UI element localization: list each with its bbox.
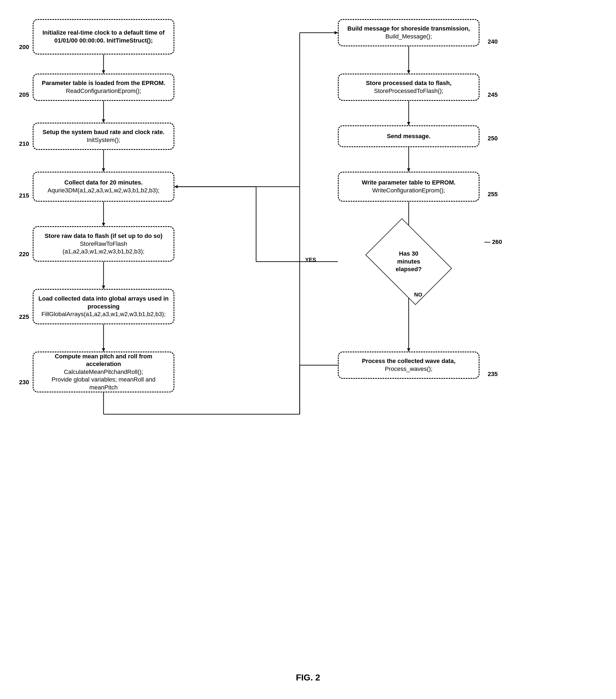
arrows-svg <box>11 11 605 678</box>
label-215: 215 <box>19 192 29 199</box>
diamond-text: Has 30minuteselapsed? <box>396 250 421 273</box>
svg-marker-9 <box>102 286 105 289</box>
box-235: Process the collected wave data,Process_… <box>338 352 480 379</box>
label-260: — 260 <box>484 238 502 246</box>
box-245-text: Store processed data to flash,StoreProce… <box>366 79 452 95</box>
box-230-text: Compute mean pitch and roll from acceler… <box>38 353 169 392</box>
box-230: Compute mean pitch and roll from acceler… <box>33 352 174 393</box>
label-235: 235 <box>488 371 498 378</box>
svg-marker-16 <box>174 185 178 188</box>
fig-caption: FIG. 2 <box>296 673 320 683</box>
svg-marker-29 <box>407 348 410 352</box>
svg-marker-3 <box>102 119 105 123</box>
box-255: Write parameter table to EPROM.WriteConf… <box>338 172 480 202</box>
box-250: Send message. <box>338 126 480 147</box>
label-250: 250 <box>488 135 498 142</box>
box-240: Build message for shoreside transmission… <box>338 19 480 46</box>
box-225: Load collected data into global arrays u… <box>33 289 174 324</box>
label-240: 240 <box>488 38 498 45</box>
svg-marker-18 <box>407 70 410 74</box>
box-250-text: Send message. <box>387 132 430 140</box>
box-215: Collect data for 20 minutes.Aqurie3DM(a1… <box>33 172 174 202</box>
label-220: 220 <box>19 251 29 258</box>
label-200: 200 <box>19 44 29 51</box>
label-255: 255 <box>488 191 498 198</box>
flowchart-diagram: Initialize real-time clock to a default … <box>11 11 605 678</box>
no-label: NO <box>414 292 422 298</box>
box-255-text: Write parameter table to EPROM.WriteConf… <box>362 179 456 194</box>
box-205: Parameter table is loaded from the EPROM… <box>33 74 174 101</box>
box-235-text: Process the collected wave data,Process_… <box>362 357 456 373</box>
box-220-text: Store raw data to flash (if set up to do… <box>45 232 163 255</box>
svg-marker-1 <box>102 70 105 74</box>
box-245: Store processed data to flash,StoreProce… <box>338 74 480 101</box>
diamond-260: Has 30minuteselapsed? <box>338 234 480 289</box>
yes-label: YES <box>305 257 316 263</box>
svg-marker-22 <box>407 168 410 172</box>
label-205: 205 <box>19 91 29 98</box>
svg-marker-11 <box>102 348 105 352</box>
label-210: 210 <box>19 140 29 147</box>
label-245: 245 <box>488 91 498 98</box>
box-205-text: Parameter table is loaded from the EPROM… <box>42 79 165 95</box>
box-210: Setup the system baud rate and clock rat… <box>33 123 174 150</box>
box-215-text: Collect data for 20 minutes.Aqurie3DM(a1… <box>48 179 160 194</box>
label-225: 225 <box>19 313 29 320</box>
box-225-text: Load collected data into global arrays u… <box>38 295 169 318</box>
box-210-text: Setup the system baud rate and clock rat… <box>42 128 164 144</box>
box-200: Initialize real-time clock to a default … <box>33 19 174 54</box>
box-220: Store raw data to flash (if set up to do… <box>33 226 174 262</box>
svg-marker-7 <box>102 223 105 226</box>
label-230: 230 <box>19 379 29 386</box>
box-200-text: Initialize real-time clock to a default … <box>38 29 169 44</box>
svg-marker-5 <box>102 168 105 172</box>
box-240-text: Build message for shoreside transmission… <box>347 25 470 40</box>
svg-marker-33 <box>335 31 338 34</box>
svg-marker-20 <box>407 122 410 126</box>
